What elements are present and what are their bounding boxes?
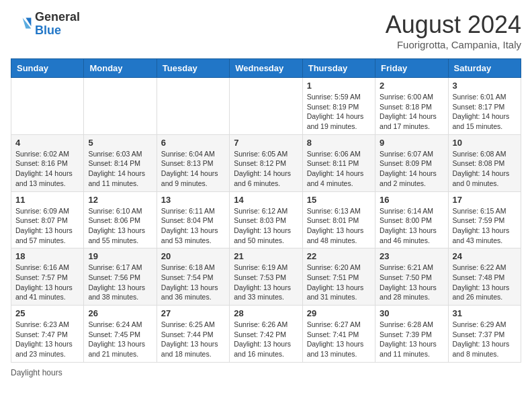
calendar-cell: 24Sunrise: 6:22 AM Sunset: 7:48 PM Dayli… [448,248,521,306]
calendar-cell: 15Sunrise: 6:13 AM Sunset: 8:01 PM Dayli… [302,191,375,248]
calendar-day-header: Monday [84,59,157,78]
day-number: 9 [380,138,443,148]
day-info: Sunrise: 5:59 AM Sunset: 8:19 PM Dayligh… [307,92,371,132]
day-info: Sunrise: 6:18 AM Sunset: 7:54 PM Dayligh… [161,263,225,302]
day-number: 30 [380,308,443,318]
day-info: Sunrise: 6:07 AM Sunset: 8:09 PM Dayligh… [380,149,443,189]
day-number: 18 [15,251,79,261]
calendar-day-header: Sunday [11,59,84,78]
day-number: 19 [88,251,152,261]
day-info: Sunrise: 6:26 AM Sunset: 7:42 PM Dayligh… [234,320,298,359]
day-info: Sunrise: 6:11 AM Sunset: 8:04 PM Dayligh… [161,206,225,246]
calendar-cell: 4Sunrise: 6:02 AM Sunset: 8:16 PM Daylig… [11,134,84,191]
day-info: Sunrise: 6:02 AM Sunset: 8:16 PM Dayligh… [15,149,79,189]
day-number: 12 [88,195,152,205]
day-number: 11 [15,195,79,205]
day-number: 2 [380,81,443,91]
day-number: 22 [307,251,371,261]
calendar-cell: 27Sunrise: 6:25 AM Sunset: 7:44 PM Dayli… [157,306,229,363]
day-info: Sunrise: 6:03 AM Sunset: 8:14 PM Dayligh… [88,149,152,189]
day-info: Sunrise: 6:20 AM Sunset: 7:51 PM Dayligh… [307,263,371,302]
calendar-cell [11,78,84,135]
day-number: 8 [307,138,371,148]
calendar-cell: 29Sunrise: 6:27 AM Sunset: 7:41 PM Dayli… [302,306,375,363]
calendar-cell: 20Sunrise: 6:18 AM Sunset: 7:54 PM Dayli… [157,248,229,306]
day-info: Sunrise: 6:06 AM Sunset: 8:11 PM Dayligh… [307,149,371,189]
day-info: Sunrise: 6:10 AM Sunset: 8:06 PM Dayligh… [88,206,152,246]
day-number: 25 [15,308,79,318]
day-number: 28 [234,308,298,318]
calendar-cell: 31Sunrise: 6:29 AM Sunset: 7:37 PM Dayli… [448,306,521,363]
day-number: 10 [453,138,517,148]
day-number: 6 [161,138,225,148]
day-number: 31 [453,308,517,318]
calendar-cell: 22Sunrise: 6:20 AM Sunset: 7:51 PM Dayli… [302,248,375,306]
calendar-cell: 30Sunrise: 6:28 AM Sunset: 7:39 PM Dayli… [375,306,448,363]
day-info: Sunrise: 6:15 AM Sunset: 7:59 PM Dayligh… [453,206,517,246]
day-info: Sunrise: 6:14 AM Sunset: 8:00 PM Dayligh… [380,206,443,246]
day-info: Sunrise: 6:16 AM Sunset: 7:57 PM Dayligh… [15,263,79,302]
month-year: August 2024 [386,11,521,39]
calendar-week-row: 4Sunrise: 6:02 AM Sunset: 8:16 PM Daylig… [11,134,521,191]
logo-blue: Blue [35,24,61,37]
day-info: Sunrise: 6:09 AM Sunset: 8:07 PM Dayligh… [15,206,79,246]
calendar-cell: 13Sunrise: 6:11 AM Sunset: 8:04 PM Dayli… [157,191,229,248]
calendar-cell: 1Sunrise: 5:59 AM Sunset: 8:19 PM Daylig… [302,78,375,135]
day-info: Sunrise: 6:12 AM Sunset: 8:03 PM Dayligh… [234,206,298,246]
day-info: Sunrise: 6:25 AM Sunset: 7:44 PM Dayligh… [161,320,225,359]
day-info: Sunrise: 6:22 AM Sunset: 7:48 PM Dayligh… [453,263,517,302]
day-info: Sunrise: 6:23 AM Sunset: 7:47 PM Dayligh… [15,320,79,359]
calendar-cell: 12Sunrise: 6:10 AM Sunset: 8:06 PM Dayli… [84,191,157,248]
calendar-header-row: SundayMondayTuesdayWednesdayThursdayFrid… [11,59,521,78]
calendar-cell: 19Sunrise: 6:17 AM Sunset: 7:56 PM Dayli… [84,248,157,306]
calendar-week-row: 11Sunrise: 6:09 AM Sunset: 8:07 PM Dayli… [11,191,521,248]
logo: General Blue [11,11,80,38]
day-number: 21 [234,251,298,261]
day-number: 29 [307,308,371,318]
day-number: 23 [380,251,443,261]
day-number: 7 [234,138,298,148]
calendar-week-row: 25Sunrise: 6:23 AM Sunset: 7:47 PM Dayli… [11,306,521,363]
calendar-cell: 3Sunrise: 6:01 AM Sunset: 8:17 PM Daylig… [448,78,521,135]
calendar-cell: 2Sunrise: 6:00 AM Sunset: 8:18 PM Daylig… [375,78,448,135]
title-block: August 2024 Fuorigrotta, Campania, Italy [386,11,521,50]
day-number: 26 [88,308,152,318]
calendar-cell [157,78,229,135]
calendar-cell: 5Sunrise: 6:03 AM Sunset: 8:14 PM Daylig… [84,134,157,191]
calendar-cell: 18Sunrise: 6:16 AM Sunset: 7:57 PM Dayli… [11,248,84,306]
day-info: Sunrise: 6:00 AM Sunset: 8:18 PM Dayligh… [380,92,443,132]
calendar-day-header: Saturday [448,59,521,78]
location: Fuorigrotta, Campania, Italy [386,39,521,50]
calendar-cell: 23Sunrise: 6:21 AM Sunset: 7:50 PM Dayli… [375,248,448,306]
calendar-cell: 26Sunrise: 6:24 AM Sunset: 7:45 PM Dayli… [84,306,157,363]
calendar-day-header: Tuesday [157,59,229,78]
calendar-table: SundayMondayTuesdayWednesdayThursdayFrid… [11,58,521,363]
calendar-week-row: 18Sunrise: 6:16 AM Sunset: 7:57 PM Dayli… [11,248,521,306]
calendar-cell: 6Sunrise: 6:04 AM Sunset: 8:13 PM Daylig… [157,134,229,191]
day-info: Sunrise: 6:05 AM Sunset: 8:12 PM Dayligh… [234,149,298,189]
day-number: 13 [161,195,225,205]
calendar-cell [84,78,157,135]
day-info: Sunrise: 6:08 AM Sunset: 8:08 PM Dayligh… [453,149,517,189]
day-info: Sunrise: 6:13 AM Sunset: 8:01 PM Dayligh… [307,206,371,246]
page-header: General Blue August 2024 Fuorigrotta, Ca… [11,11,521,50]
calendar-cell: 7Sunrise: 6:05 AM Sunset: 8:12 PM Daylig… [230,134,302,191]
calendar-cell: 28Sunrise: 6:26 AM Sunset: 7:42 PM Dayli… [230,306,302,363]
logo-text: General Blue [35,11,80,38]
day-number: 24 [453,251,517,261]
logo-icon [11,13,32,35]
calendar-day-header: Friday [375,59,448,78]
day-number: 20 [161,251,225,261]
calendar-cell: 8Sunrise: 6:06 AM Sunset: 8:11 PM Daylig… [302,134,375,191]
calendar-cell: 21Sunrise: 6:19 AM Sunset: 7:53 PM Dayli… [230,248,302,306]
day-info: Sunrise: 6:27 AM Sunset: 7:41 PM Dayligh… [307,320,371,359]
day-number: 27 [161,308,225,318]
day-number: 15 [307,195,371,205]
day-number: 14 [234,195,298,205]
day-number: 4 [15,138,79,148]
calendar-cell: 10Sunrise: 6:08 AM Sunset: 8:08 PM Dayli… [448,134,521,191]
calendar-cell: 17Sunrise: 6:15 AM Sunset: 7:59 PM Dayli… [448,191,521,248]
day-info: Sunrise: 6:01 AM Sunset: 8:17 PM Dayligh… [453,92,517,132]
day-number: 3 [453,81,517,91]
day-number: 5 [88,138,152,148]
